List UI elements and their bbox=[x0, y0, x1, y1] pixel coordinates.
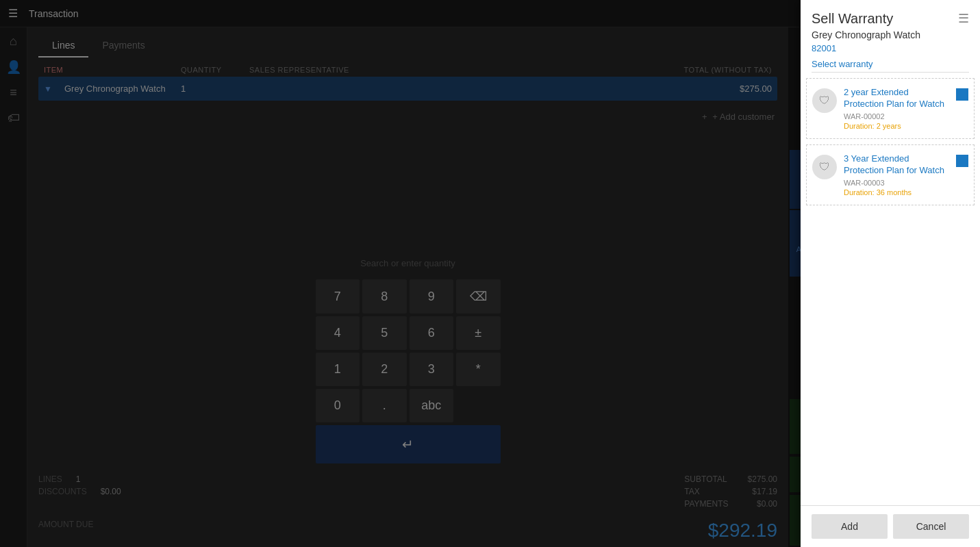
warranty-checkbox-0[interactable] bbox=[956, 88, 968, 101]
warranty-duration-0: Duration: 2 years bbox=[844, 122, 949, 130]
warranty-name-0: 2 year Extended Protection Plan for Watc… bbox=[844, 87, 949, 110]
sw-product-highlight: Chronograph bbox=[835, 29, 891, 40]
warranty-code-1: WAR-00003 bbox=[844, 179, 949, 187]
warranty-name-1: 3 Year Extended Protection Plan for Watc… bbox=[844, 153, 949, 177]
warranty-item-1[interactable]: 🛡 3 Year Extended Protection Plan for Wa… bbox=[806, 144, 975, 205]
sell-warranty-panel: Sell Warranty Grey Chronograph Watch 820… bbox=[801, 0, 980, 547]
warranty-code-0: WAR-00002 bbox=[844, 112, 949, 120]
sw-product-part1: Grey bbox=[812, 29, 835, 40]
sw-panel-title: Sell Warranty bbox=[812, 11, 969, 27]
sw-product-part2: Watch bbox=[891, 29, 920, 40]
warranty-info-1: 3 Year Extended Protection Plan for Watc… bbox=[844, 153, 949, 196]
sw-add-button[interactable]: Add bbox=[812, 514, 888, 539]
sw-panel-menu-icon[interactable]: ☰ bbox=[958, 11, 969, 26]
sw-product-code: 82001 bbox=[812, 43, 969, 53]
sw-product-title: Grey Chronograph Watch bbox=[812, 29, 969, 40]
sw-items-list: 🛡 2 year Extended Protection Plan for Wa… bbox=[801, 78, 980, 505]
sw-footer: Add Cancel bbox=[801, 505, 980, 547]
sw-header: Sell Warranty Grey Chronograph Watch 820… bbox=[801, 0, 980, 78]
warranty-item-0[interactable]: 🛡 2 year Extended Protection Plan for Wa… bbox=[806, 78, 975, 139]
warranty-info-0: 2 year Extended Protection Plan for Watc… bbox=[844, 87, 949, 130]
warranty-icon-0: 🛡 bbox=[812, 88, 837, 113]
warranty-duration-1: Duration: 36 months bbox=[844, 188, 949, 196]
sw-cancel-button[interactable]: Cancel bbox=[893, 514, 969, 539]
warranty-checkbox-1[interactable] bbox=[956, 155, 968, 167]
warranty-icon-1: 🛡 bbox=[812, 155, 837, 179]
sw-select-label: Select warranty bbox=[812, 59, 969, 73]
